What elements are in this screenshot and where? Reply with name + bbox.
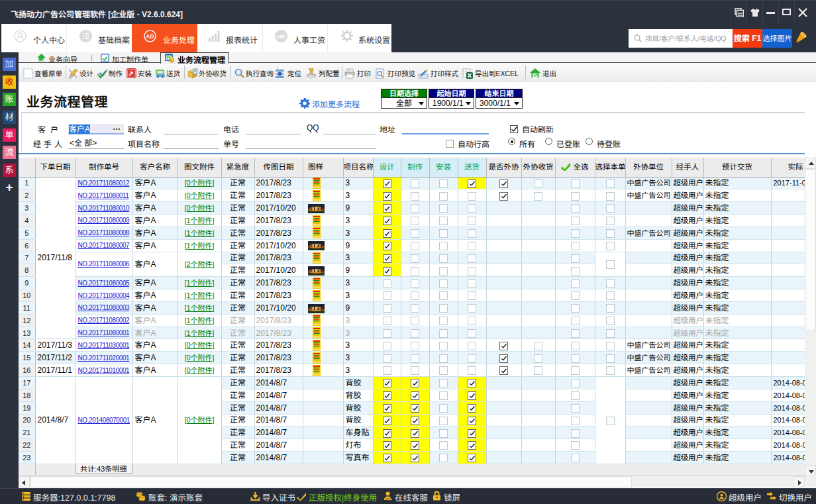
svg-text:HR: HR bbox=[278, 34, 285, 40]
svg-text:AD: AD bbox=[146, 33, 154, 40]
